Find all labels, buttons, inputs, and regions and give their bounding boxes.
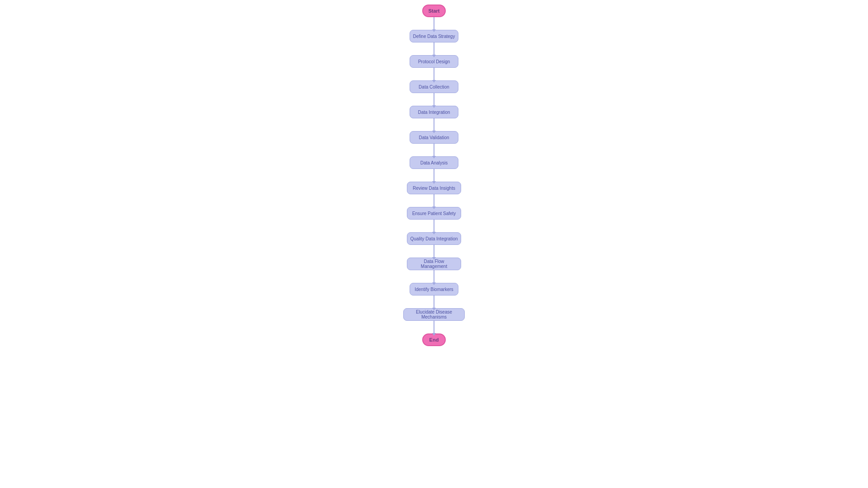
node-start[interactable]: Start [422,5,446,17]
connector-1 [434,42,434,55]
connector-9 [434,245,434,258]
connector-8 [434,220,434,232]
node-wrapper-elucidate-disease-mechanisms: Elucidate Disease Mechanisms [403,308,465,333]
connector-3 [434,93,434,106]
node-wrapper-data-flow-management: Data Flow Management [407,258,461,283]
node-wrapper-identify-biomarkers: Identify Biomarkers [410,283,458,308]
connector-5 [434,144,434,156]
node-wrapper-data-integration: Data Integration [410,106,458,131]
node-wrapper-define-data-strategy: Define Data Strategy [410,30,458,55]
node-wrapper-ensure-patient-safety: Ensure Patient Safety [407,207,461,232]
connector-12 [434,321,434,333]
node-wrapper-data-collection: Data Collection [410,80,458,106]
connector-10 [434,270,434,283]
connector-4 [434,118,434,131]
node-wrapper-review-data-insights: Review Data Insights [407,182,461,207]
node-wrapper-data-validation: Data Validation [410,131,458,156]
flowchart-container: Start Define Data Strategy Protocol Desi… [0,0,868,488]
connector-0 [434,17,434,30]
connector-2 [434,68,434,80]
node-wrapper-data-analysis: Data Analysis [410,156,458,182]
connector-11 [434,296,434,308]
node-wrapper-protocol-design: Protocol Design [410,55,458,80]
connector-6 [434,169,434,182]
connector-7 [434,194,434,207]
node-wrapper-start: Start [422,5,446,30]
node-wrapper-quality-data-integration: Quality Data Integration [407,232,461,258]
